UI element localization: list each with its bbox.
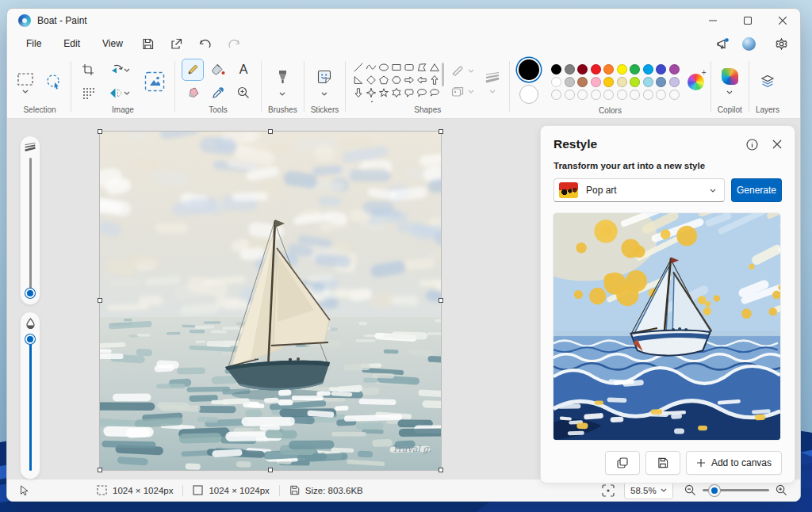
foreground-color[interactable] bbox=[519, 59, 539, 80]
color-swatch[interactable] bbox=[551, 64, 561, 75]
info-icon[interactable] bbox=[746, 139, 758, 151]
menu-view[interactable]: View bbox=[94, 35, 131, 52]
color-swatch[interactable] bbox=[551, 77, 561, 87]
copy-result-button[interactable] bbox=[605, 451, 640, 475]
color-swatch-empty[interactable] bbox=[669, 90, 680, 100]
color-swatch[interactable] bbox=[565, 64, 575, 75]
layers-icon[interactable] bbox=[757, 71, 778, 92]
color-swatch[interactable] bbox=[617, 64, 627, 75]
zoom-level-dropdown[interactable]: 58.5% bbox=[624, 482, 673, 499]
brushes-dropdown-chevron[interactable] bbox=[279, 92, 285, 96]
color-swatch[interactable] bbox=[603, 77, 614, 87]
shape-pentagon-icon[interactable] bbox=[377, 74, 390, 86]
eyedropper-icon[interactable] bbox=[208, 82, 228, 103]
color-swatch[interactable] bbox=[643, 64, 653, 75]
shape-lightning-icon[interactable] bbox=[365, 99, 377, 102]
account-avatar[interactable] bbox=[742, 37, 756, 51]
shape-triangle-icon[interactable] bbox=[428, 61, 441, 74]
shape-diamond-icon[interactable] bbox=[365, 74, 377, 86]
shape-speech-cloud-icon[interactable] bbox=[428, 86, 441, 99]
restyled-preview-image[interactable] bbox=[553, 213, 780, 440]
color-swatch[interactable] bbox=[656, 77, 666, 87]
color-swatch-empty[interactable] bbox=[577, 90, 588, 100]
color-swatch[interactable] bbox=[565, 77, 575, 87]
color-swatch[interactable] bbox=[591, 64, 601, 75]
color-swatch[interactable] bbox=[577, 64, 588, 75]
shape-arrow-right-icon[interactable] bbox=[403, 74, 416, 86]
canvas-size-icon[interactable] bbox=[141, 68, 168, 95]
stickers-dropdown-chevron[interactable] bbox=[321, 92, 327, 96]
sticker-icon[interactable] bbox=[314, 67, 335, 87]
opacity-slider[interactable] bbox=[20, 311, 40, 480]
free-select-icon[interactable] bbox=[44, 71, 64, 92]
color-swatch[interactable] bbox=[630, 77, 640, 87]
shape-heart-icon[interactable] bbox=[352, 99, 365, 102]
edit-colors-icon[interactable] bbox=[688, 74, 704, 90]
color-swatch-empty[interactable] bbox=[551, 90, 561, 100]
zoom-slider-thumb[interactable] bbox=[709, 485, 720, 496]
panel-close-icon[interactable] bbox=[772, 139, 782, 149]
shape-speech-rounded-icon[interactable] bbox=[403, 86, 416, 99]
resize-handle-e[interactable] bbox=[439, 298, 443, 303]
color-swatch[interactable] bbox=[591, 77, 601, 87]
color-swatch-empty[interactable] bbox=[617, 90, 627, 100]
zoom-out-icon[interactable] bbox=[684, 484, 696, 496]
fit-to-screen-icon[interactable] bbox=[602, 484, 615, 497]
shape-arrow-left-icon[interactable] bbox=[416, 74, 428, 86]
shape-line-icon[interactable] bbox=[352, 61, 365, 74]
color-swatch-empty[interactable] bbox=[565, 90, 575, 100]
brush-icon[interactable] bbox=[272, 67, 293, 87]
title-bar[interactable]: Boat - Paint bbox=[7, 9, 800, 32]
color-swatch-empty[interactable] bbox=[656, 90, 666, 100]
resize-handle-nw[interactable] bbox=[98, 129, 102, 134]
text-icon[interactable]: A bbox=[233, 59, 254, 80]
resize-handle-ne[interactable] bbox=[439, 129, 443, 134]
save-icon[interactable] bbox=[137, 35, 159, 52]
color-swatch[interactable] bbox=[577, 77, 588, 87]
shape-fill-icon[interactable] bbox=[449, 84, 466, 100]
canvas[interactable]: Traval g. bbox=[100, 132, 441, 470]
maximize-button[interactable] bbox=[730, 9, 765, 32]
resize-handle-sw[interactable] bbox=[98, 468, 102, 472]
shape-outline-icon[interactable] bbox=[449, 63, 466, 79]
shapes-scrollbar[interactable] bbox=[442, 63, 444, 86]
shape-star-four-icon[interactable] bbox=[365, 86, 377, 99]
settings-gear-icon[interactable] bbox=[770, 35, 792, 52]
menu-file[interactable]: File bbox=[18, 35, 49, 52]
shape-rounded-rectangle-icon[interactable] bbox=[403, 61, 416, 74]
minimize-button[interactable] bbox=[695, 9, 730, 32]
thickness-slider-thumb[interactable] bbox=[25, 288, 35, 298]
magnifier-icon[interactable] bbox=[233, 82, 254, 103]
shape-polygon-icon[interactable] bbox=[416, 61, 428, 74]
color-swatch[interactable] bbox=[669, 77, 680, 87]
shape-arrow-up-icon[interactable] bbox=[428, 74, 441, 86]
shape-oval-icon[interactable] bbox=[377, 61, 390, 74]
copilot-icon[interactable] bbox=[722, 68, 738, 85]
eraser-icon[interactable] bbox=[182, 82, 203, 103]
redo-icon[interactable] bbox=[223, 35, 245, 52]
resize-handle-s[interactable] bbox=[268, 468, 273, 472]
crop-icon[interactable] bbox=[78, 59, 98, 80]
style-dropdown[interactable]: Pop art bbox=[553, 178, 725, 202]
flip-icon[interactable] bbox=[105, 82, 135, 103]
color-swatch[interactable] bbox=[630, 64, 640, 75]
shape-speech-oval-icon[interactable] bbox=[416, 86, 428, 99]
save-result-button[interactable] bbox=[645, 451, 680, 475]
resize-handle-n[interactable] bbox=[268, 129, 273, 134]
zoom-in-icon[interactable] bbox=[776, 484, 787, 496]
color-swatch-empty[interactable] bbox=[603, 90, 614, 100]
opacity-slider-thumb[interactable] bbox=[25, 334, 35, 344]
color-swatch[interactable] bbox=[603, 64, 614, 75]
generate-button[interactable]: Generate bbox=[731, 178, 782, 202]
thickness-slider[interactable] bbox=[20, 136, 40, 305]
undo-icon[interactable] bbox=[194, 35, 216, 52]
shape-star-five-icon[interactable] bbox=[377, 86, 390, 99]
rotate-icon[interactable] bbox=[105, 59, 135, 80]
shape-hexagon-icon[interactable] bbox=[390, 74, 403, 86]
resize-handle-se[interactable] bbox=[439, 468, 443, 472]
menu-edit[interactable]: Edit bbox=[56, 35, 88, 52]
zoom-slider[interactable] bbox=[703, 489, 769, 491]
color-swatch[interactable] bbox=[669, 64, 680, 75]
copilot-dropdown-chevron[interactable] bbox=[726, 90, 733, 94]
color-swatch[interactable] bbox=[617, 77, 627, 87]
